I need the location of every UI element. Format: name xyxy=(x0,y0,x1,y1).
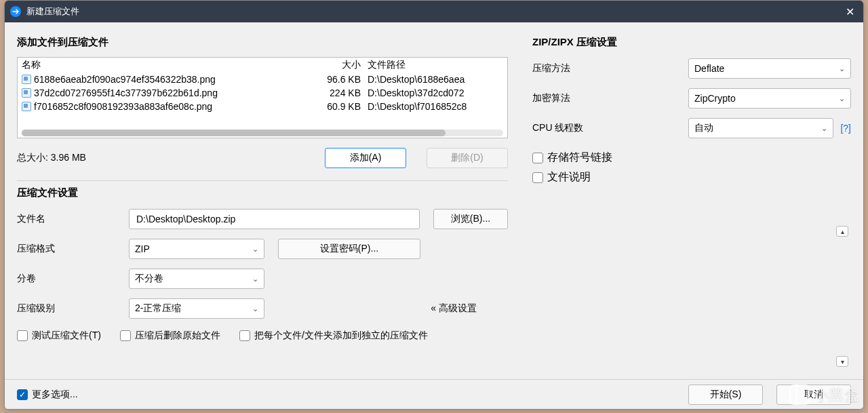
file-name: 6188e6aeab2f090ac974ef3546322b38.png xyxy=(34,74,216,85)
set-password-button[interactable]: 设置密码(P)... xyxy=(278,239,420,259)
chevron-down-icon: ⌄ xyxy=(839,64,845,73)
more-options-toggle[interactable]: 更多选项... xyxy=(17,389,688,401)
method-label: 压缩方法 xyxy=(532,62,688,75)
split-value: 不分卷 xyxy=(135,273,163,285)
file-size: 60.9 KB xyxy=(313,101,368,112)
cpu-value: 自动 xyxy=(694,122,713,134)
scrollbar-thumb[interactable] xyxy=(22,130,446,136)
file-path: D:\Desktop\37d2cd072 xyxy=(368,87,503,98)
method-select[interactable]: Deflate ⌄ xyxy=(688,58,851,79)
cpu-help-link[interactable]: [?] xyxy=(840,123,851,134)
filename-field[interactable] xyxy=(135,210,414,229)
cancel-button[interactable]: 取消 xyxy=(776,385,851,405)
advanced-settings-link[interactable]: « 高级设置 xyxy=(399,298,508,319)
chevron-down-icon: ⌄ xyxy=(252,275,258,283)
col-size-header[interactable]: 大小 xyxy=(313,59,368,71)
left-pane: 添加文件到压缩文件 名称 大小 文件路径 6188e6aeab2f090ac97… xyxy=(5,22,520,379)
title-bar[interactable]: 新建压缩文件 ✕ xyxy=(5,1,863,22)
file-size: 96.6 KB xyxy=(313,74,368,85)
split-label: 分卷 xyxy=(17,273,129,285)
right-pane: ZIP/ZIPX 压缩设置 压缩方法 Deflate ⌄ 加密算法 ZipCry… xyxy=(520,22,863,379)
archive-settings-heading: 压缩文件设置 xyxy=(17,186,508,199)
window-title: 新建压缩文件 xyxy=(26,5,836,18)
chk-each-separate[interactable]: 把每个文件/文件夹添加到独立的压缩文件 xyxy=(239,330,428,342)
dialog-footer: 更多选项... 开始(S) 取消 xyxy=(5,379,863,409)
scroll-down-button[interactable]: ▾ xyxy=(836,356,848,367)
split-select[interactable]: 不分卷 ⌄ xyxy=(129,269,264,289)
file-icon xyxy=(22,75,31,84)
file-icon xyxy=(22,102,31,111)
chk-store-symlink[interactable]: 存储符号链接 xyxy=(532,151,851,165)
file-list-header: 名称 大小 文件路径 xyxy=(18,58,507,73)
file-path: D:\Desktop\6188e6aea xyxy=(368,74,503,85)
encrypt-select[interactable]: ZipCrypto ⌄ xyxy=(688,88,851,109)
table-row[interactable]: 37d2cd07276955f14c377397b622b61d.png 224… xyxy=(18,86,507,100)
method-value: Deflate xyxy=(694,63,724,74)
filename-label: 文件名 xyxy=(17,213,129,225)
file-name: 37d2cd07276955f14c377397b622b61d.png xyxy=(34,87,218,98)
chk-file-comment[interactable]: 文件说明 xyxy=(532,170,851,184)
file-list[interactable]: 名称 大小 文件路径 6188e6aeab2f090ac974ef3546322… xyxy=(17,57,508,138)
col-name-header[interactable]: 名称 xyxy=(22,59,313,71)
chk-delete-after[interactable]: 压缩后删除原始文件 xyxy=(120,330,220,342)
cpu-label: CPU 线程数 xyxy=(532,122,688,134)
encrypt-label: 加密算法 xyxy=(532,92,688,104)
level-value: 2-正常压缩 xyxy=(135,302,181,315)
format-label: 压缩格式 xyxy=(17,243,129,255)
file-name: f7016852c8f0908192393a883af6e08c.png xyxy=(34,101,212,112)
chevron-down-icon: ⌄ xyxy=(252,304,258,313)
table-row[interactable]: 6188e6aeab2f090ac974ef3546322b38.png 96.… xyxy=(18,73,507,86)
filename-input[interactable] xyxy=(129,209,420,229)
total-size-label: 总大小: 3.96 MB xyxy=(17,152,325,164)
close-button[interactable]: ✕ xyxy=(836,1,863,22)
add-button[interactable]: 添加(A) xyxy=(325,148,406,168)
file-icon xyxy=(22,88,31,98)
scroll-up-button[interactable]: ▴ xyxy=(836,226,848,237)
start-button[interactable]: 开始(S) xyxy=(688,385,763,405)
col-path-header[interactable]: 文件路径 xyxy=(368,59,503,71)
cpu-select[interactable]: 自动 ⌄ xyxy=(688,118,833,138)
chevron-down-icon: ⌄ xyxy=(821,124,827,133)
app-icon xyxy=(10,6,21,17)
chevron-down-icon: ⌄ xyxy=(252,245,258,254)
format-value: ZIP xyxy=(135,243,150,254)
chk-test-archive[interactable]: 测试压缩文件(T) xyxy=(17,330,101,342)
table-row[interactable]: f7016852c8f0908192393a883af6e08c.png 60.… xyxy=(18,100,507,113)
encrypt-value: ZipCrypto xyxy=(694,93,736,104)
dialog-window: 新建压缩文件 ✕ 添加文件到压缩文件 名称 大小 文件路径 6188e6aeab… xyxy=(4,0,864,410)
horizontal-scrollbar[interactable] xyxy=(22,130,503,136)
chevron-down-icon: ⌄ xyxy=(839,94,845,103)
delete-button: 删除(D) xyxy=(427,148,508,168)
file-path: D:\Desktop\f7016852c8 xyxy=(368,101,503,112)
level-label: 压缩级别 xyxy=(17,302,129,315)
format-select[interactable]: ZIP ⌄ xyxy=(129,239,264,259)
browse-button[interactable]: 浏览(B)... xyxy=(433,209,508,229)
add-files-heading: 添加文件到压缩文件 xyxy=(17,36,508,49)
zip-settings-heading: ZIP/ZIPX 压缩设置 xyxy=(532,36,851,49)
file-size: 224 KB xyxy=(313,87,368,98)
divider xyxy=(17,180,508,181)
level-select[interactable]: 2-正常压缩 ⌄ xyxy=(129,298,264,319)
